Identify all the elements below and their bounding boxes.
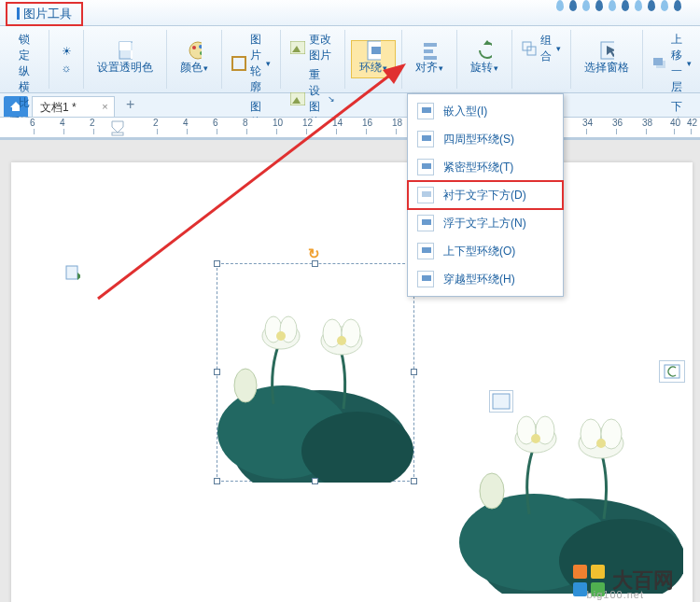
- group-label: 组合: [540, 33, 552, 64]
- svg-rect-16: [424, 49, 433, 53]
- wrap-through-item[interactable]: 穿越型环绕(H): [408, 265, 563, 293]
- group-icon: [522, 41, 537, 56]
- svg-point-3: [189, 42, 202, 59]
- reset-pic-icon: [290, 91, 305, 106]
- select-pane-button[interactable]: 选择窗格: [577, 41, 637, 77]
- wrap-behind-icon: [417, 187, 434, 203]
- document-tab[interactable]: 文档1 * ×: [32, 96, 115, 117]
- wrap-icon: [366, 43, 381, 58]
- wrap-inline-icon: [417, 103, 434, 119]
- svg-rect-24: [653, 58, 663, 65]
- wrap-behind-item[interactable]: 衬于文字下方(D): [408, 181, 563, 209]
- wrap-through-icon: [417, 271, 434, 287]
- svg-rect-30: [66, 266, 77, 279]
- document-canvas[interactable]: ↻: [0, 140, 700, 602]
- brightness-icon: ☀: [59, 44, 74, 59]
- set-transparent-button[interactable]: 设置透明色: [90, 41, 161, 77]
- pic-outline-label: 图片轮廓: [250, 32, 261, 95]
- rotate-button[interactable]: 旋转▾: [463, 41, 506, 77]
- svg-rect-15: [424, 43, 437, 47]
- svg-point-57: [480, 473, 504, 509]
- resize-handle-s[interactable]: [312, 478, 318, 484]
- context-tab-label: 图片工具: [23, 7, 72, 21]
- image-content-lotus-2: [441, 370, 683, 594]
- bring-forward-icon: [652, 56, 667, 71]
- new-tab-button[interactable]: +: [120, 96, 141, 117]
- resize-handle-sw[interactable]: [214, 478, 220, 484]
- wrap-tight-item[interactable]: 紧密型环绕(T): [408, 153, 563, 181]
- svg-marker-31: [77, 273, 80, 280]
- color-button[interactable]: 颜色▾: [173, 41, 216, 77]
- svg-point-38: [276, 331, 286, 341]
- select-pane-icon: [599, 43, 614, 58]
- resize-handle-se[interactable]: [411, 478, 417, 484]
- wrap-square-item[interactable]: 四周型环绕(S): [408, 125, 563, 153]
- color-label: 颜色▾: [180, 60, 208, 76]
- group-button[interactable]: 组合▾: [518, 31, 565, 66]
- pic-outline-button[interactable]: 图片轮廓▾: [228, 30, 274, 97]
- document-tab-label: 文档1 *: [40, 101, 77, 114]
- wrap-inline-item[interactable]: 嵌入型(I): [408, 97, 563, 125]
- image-content-lotus: [217, 264, 413, 483]
- paragraph-tag-icon[interactable]: [65, 265, 80, 282]
- wrap-topbottom-icon: [417, 243, 434, 259]
- watermark: 大百网 big100.net: [573, 565, 674, 596]
- wrap-tight-icon: [417, 159, 434, 175]
- svg-point-43: [234, 369, 257, 402]
- wrap-topbottom-label: 上下型环绕(O): [443, 244, 515, 259]
- align-icon: [422, 43, 437, 58]
- resize-handle-n[interactable]: [312, 260, 318, 267]
- adjust-icons[interactable]: ☀ ☼: [55, 42, 77, 77]
- selected-image-frame[interactable]: ↻: [217, 263, 414, 482]
- wrap-button[interactable]: 环绕▾: [351, 40, 396, 78]
- align-button[interactable]: 对齐▾: [408, 41, 451, 77]
- resize-handle-e[interactable]: [411, 369, 417, 375]
- wrap-front-icon: [417, 215, 434, 231]
- close-tab-icon[interactable]: ×: [102, 101, 107, 112]
- decoration-raindrops: [556, 0, 681, 11]
- resize-handle-w[interactable]: [214, 369, 220, 375]
- svg-rect-1: [119, 42, 131, 50]
- rotate-label: 旋转▾: [470, 60, 498, 76]
- transparent-icon: [118, 43, 133, 58]
- wrap-menu: 嵌入型(I) 四周型环绕(S) 紧密型环绕(T) 衬于文字下方(D) 浮于文字上…: [407, 93, 564, 297]
- wrap-through-label: 穿越型环绕(H): [443, 272, 515, 287]
- change-pic-icon: [290, 40, 305, 55]
- change-pic-label: 更改图片: [309, 32, 335, 63]
- wrap-square-icon: [417, 131, 434, 147]
- svg-rect-14: [371, 47, 381, 54]
- second-image[interactable]: [441, 360, 683, 594]
- wrap-square-label: 四周型环绕(S): [443, 132, 514, 147]
- change-pic-button[interactable]: 更改图片: [287, 30, 339, 65]
- tab-bar: 文档1 * × +: [0, 93, 700, 118]
- color-icon: [187, 43, 202, 58]
- svg-rect-2: [131, 50, 133, 59]
- wrap-label: 环绕▾: [359, 60, 387, 76]
- page: ↻: [11, 162, 693, 602]
- set-transparent-label: 设置透明色: [97, 60, 153, 76]
- outline-icon: [231, 56, 246, 71]
- align-label: 对齐▾: [415, 60, 443, 76]
- wrap-front-label: 浮于文字上方(N): [443, 216, 526, 231]
- svg-rect-7: [232, 57, 245, 70]
- rotate-icon: [477, 43, 492, 58]
- context-tab-highlight: 图片工具: [6, 2, 83, 26]
- select-pane-label: 选择窗格: [584, 60, 629, 76]
- wrap-tight-label: 紧密型环绕(T): [443, 160, 513, 175]
- resize-handle-nw[interactable]: [214, 260, 220, 267]
- wrap-front-item[interactable]: 浮于文字上方(N): [408, 209, 563, 237]
- wrap-topbottom-item[interactable]: 上下型环绕(O): [408, 237, 563, 265]
- contrast-icon: ☼: [59, 61, 74, 76]
- ribbon: 锁定纵横比 重设大小 ☀ ☼ 设置透明色 颜色▾: [0, 26, 700, 93]
- watermark-domain: big100.net: [587, 589, 644, 600]
- svg-point-56: [596, 439, 606, 448]
- wrap-behind-label: 衬于文字下方(D): [443, 188, 526, 203]
- bring-forward-label: 上移一层: [671, 32, 682, 95]
- wrap-inline-label: 嵌入型(I): [443, 104, 487, 119]
- svg-point-52: [531, 434, 540, 443]
- bring-forward-button[interactable]: 上移一层▾: [649, 30, 695, 97]
- ruler[interactable]: 64224681012141618343638404244: [0, 118, 700, 140]
- lock-ratio-icon: [9, 64, 15, 79]
- svg-point-4: [192, 46, 196, 49]
- title-bar: 图片工具: [0, 0, 700, 26]
